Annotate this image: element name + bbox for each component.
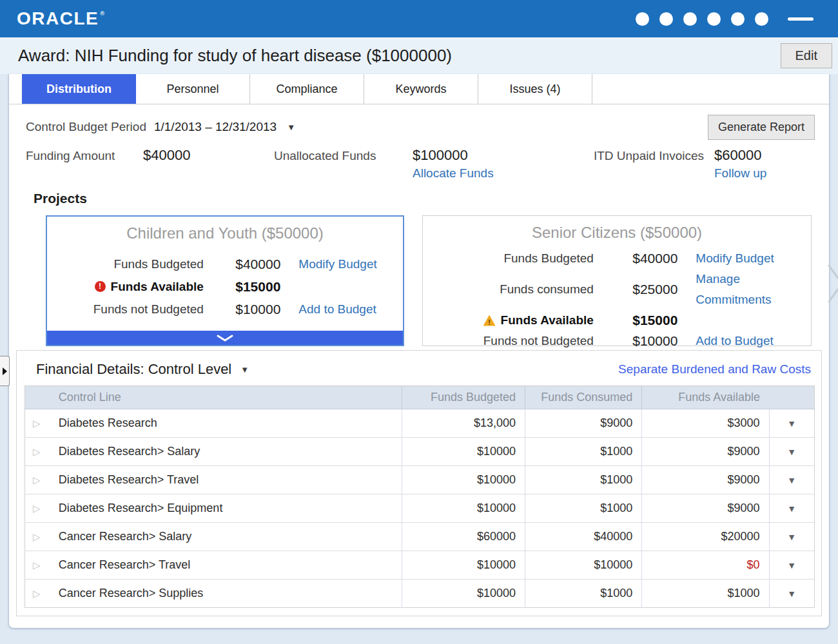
window-dot-icon[interactable] xyxy=(659,12,673,26)
funding-summary: Funding Amount $40000 Unallocated Funds … xyxy=(26,147,812,181)
funds-budgeted-cell: $60000 xyxy=(402,523,525,551)
expand-row-icon[interactable]: ▷ xyxy=(25,409,48,438)
tab-keywords[interactable]: Keywords xyxy=(364,74,478,104)
funds-consumed-cell: $1000 xyxy=(525,494,642,523)
funding-amount-label: Funding Amount xyxy=(26,147,143,163)
toolbar: Control Budget Period 1/1/2013 – 12/31/2… xyxy=(26,113,815,141)
chevron-down-icon xyxy=(217,335,233,342)
funds-budgeted-cell: $10000 xyxy=(402,551,525,580)
expand-row-icon[interactable]: ▷ xyxy=(25,523,48,551)
funds-available-label: Funds Available xyxy=(501,310,594,331)
project-card-senior-citizens[interactable]: Senior Citizens ($50000) Funds Budgeted … xyxy=(422,215,812,346)
control-budget-period-dropdown[interactable]: Control Budget Period 1/1/2013 – 12/31/2… xyxy=(26,120,295,134)
funds-not-budgeted-value: $10000 xyxy=(204,298,282,320)
funding-amount-value: $40000 xyxy=(143,147,190,164)
column-header-control-line: Control Line xyxy=(48,386,402,409)
financial-details-dropdown[interactable]: Financial Details: Control Level ▼ xyxy=(36,361,249,378)
add-to-budget-link[interactable]: Add to Budget xyxy=(282,298,403,320)
funds-consumed-value: $25000 xyxy=(594,279,679,300)
row-menu-icon[interactable]: ▼ xyxy=(769,580,815,608)
row-menu-icon[interactable]: ▼ xyxy=(769,466,815,494)
financial-details-title: Financial Details: Control Level xyxy=(36,361,231,378)
funds-budgeted-cell: $13,000 xyxy=(402,409,525,438)
tab-issues[interactable]: Issues (4) xyxy=(478,74,592,104)
modify-budget-link[interactable]: Modify Budget xyxy=(282,253,403,275)
table-row: ▷ Cancer Research> Travel $10000 $10000 … xyxy=(25,551,815,580)
funds-available-cell: $20000 xyxy=(642,523,769,551)
funds-budgeted-value: $40000 xyxy=(594,248,679,269)
row-menu-icon[interactable]: ▼ xyxy=(769,409,815,438)
tab-personnel[interactable]: Personnel xyxy=(136,74,250,104)
funds-not-budgeted-row: Funds not Budgeted $10000 Add to Budget xyxy=(423,331,811,351)
card-collapse-bar[interactable] xyxy=(47,331,403,345)
row-menu-icon[interactable]: ▼ xyxy=(769,523,815,551)
unallocated-funds-value: $100000 xyxy=(413,147,494,164)
window-dot-icon[interactable] xyxy=(731,12,745,26)
title-bar: Award: NIH Funding for study of heart di… xyxy=(0,37,838,74)
panel-expand-handle[interactable] xyxy=(0,356,10,386)
unallocated-funds-item: Unallocated Funds $100000 Allocate Funds xyxy=(274,147,564,181)
table-row: ▷ Cancer Research> Supplies $10000 $1000… xyxy=(25,580,815,608)
manage-commitments-link[interactable]: Manage Commitments xyxy=(679,269,811,310)
follow-up-link[interactable]: Follow up xyxy=(714,166,766,181)
funds-budgeted-row: Funds Budgeted $40000 Modify Budget xyxy=(47,253,403,275)
window-dot-icon[interactable] xyxy=(636,12,649,26)
chevron-down-icon: ▼ xyxy=(240,365,249,375)
allocate-funds-link[interactable]: Allocate Funds xyxy=(413,166,494,181)
project-cards: Children and Youth ($50000) Funds Budget… xyxy=(46,215,829,346)
separate-costs-link[interactable]: Separate Burdened and Raw Costs xyxy=(618,362,811,376)
funds-available-cell: $9000 xyxy=(642,494,769,523)
award-panel: Distribution Personnel Compliance Keywor… xyxy=(8,74,830,629)
funds-budgeted-label: Funds Budgeted xyxy=(47,253,204,275)
funds-available-value: $15000 xyxy=(594,310,679,331)
window-dot-icon[interactable] xyxy=(683,12,697,26)
funds-available-cell: $0 xyxy=(642,551,769,580)
itd-unpaid-invoices-label: ITD Unpaid Invoices xyxy=(564,147,704,163)
financial-details-section: Financial Details: Control Level ▼ Separ… xyxy=(16,350,822,616)
column-header-funds-available: Funds Available xyxy=(642,386,769,409)
expand-row-icon[interactable]: ▷ xyxy=(25,580,48,608)
funds-not-budgeted-label: Funds not Budgeted xyxy=(47,298,204,320)
window-controls xyxy=(636,12,814,26)
funds-not-budgeted-label: Funds not Budgeted xyxy=(423,331,594,351)
row-menu-icon[interactable]: ▼ xyxy=(769,494,815,523)
tab-compliance[interactable]: Compliance xyxy=(250,74,364,104)
generate-report-button[interactable]: Generate Report xyxy=(708,115,815,140)
funds-budgeted-cell: $10000 xyxy=(402,466,525,494)
expand-row-icon[interactable]: ▷ xyxy=(25,438,48,466)
edit-button[interactable]: Edit xyxy=(781,43,832,68)
funds-budgeted-cell: $10000 xyxy=(402,494,525,523)
projects-heading: Projects xyxy=(34,191,829,206)
funds-consumed-cell: $10000 xyxy=(525,551,642,580)
chevron-down-icon: ▼ xyxy=(287,122,295,132)
modify-budget-link[interactable]: Modify Budget xyxy=(679,248,811,269)
control-line-cell: Diabetes Research> Salary xyxy=(48,438,402,466)
window-dot-icon[interactable] xyxy=(707,12,721,26)
minimize-icon[interactable] xyxy=(788,17,814,21)
tab-distribution[interactable]: Distribution xyxy=(22,74,136,104)
project-card-children-and-youth[interactable]: Children and Youth ($50000) Funds Budget… xyxy=(46,215,404,346)
funds-consumed-cell: $40000 xyxy=(525,523,642,551)
add-to-budget-link[interactable]: Add to Budget xyxy=(679,331,811,351)
expand-row-icon[interactable]: ▷ xyxy=(25,466,48,494)
control-line-cell: Cancer Research> Salary xyxy=(48,523,402,551)
control-line-cell: Diabetes Research> Travel xyxy=(48,466,402,494)
funds-budgeted-value: $40000 xyxy=(204,253,282,275)
column-header-funds-consumed: Funds Consumed xyxy=(525,386,642,409)
row-menu-icon[interactable]: ▼ xyxy=(769,438,815,466)
funds-budgeted-cell: $10000 xyxy=(402,580,525,608)
row-menu-icon[interactable]: ▼ xyxy=(769,551,815,580)
control-line-cell: Diabetes Research> Equipment xyxy=(48,494,402,523)
expand-row-icon[interactable]: ▷ xyxy=(25,551,48,580)
top-brand-bar: ORACLE® xyxy=(0,0,838,37)
triangle-right-icon xyxy=(3,367,7,375)
window-dot-icon[interactable] xyxy=(755,12,768,26)
registered-trademark-icon: ® xyxy=(100,10,105,17)
funds-available-cell: $1000 xyxy=(642,580,769,608)
funds-consumed-cell: $1000 xyxy=(525,438,642,466)
expand-row-icon[interactable]: ▷ xyxy=(25,494,48,523)
funds-available-label: Funds Available xyxy=(111,275,204,298)
carousel-next-button[interactable] xyxy=(827,264,838,306)
table-header-row: Control Line Funds Budgeted Funds Consum… xyxy=(25,386,815,409)
tab-bar: Distribution Personnel Compliance Keywor… xyxy=(9,74,829,104)
